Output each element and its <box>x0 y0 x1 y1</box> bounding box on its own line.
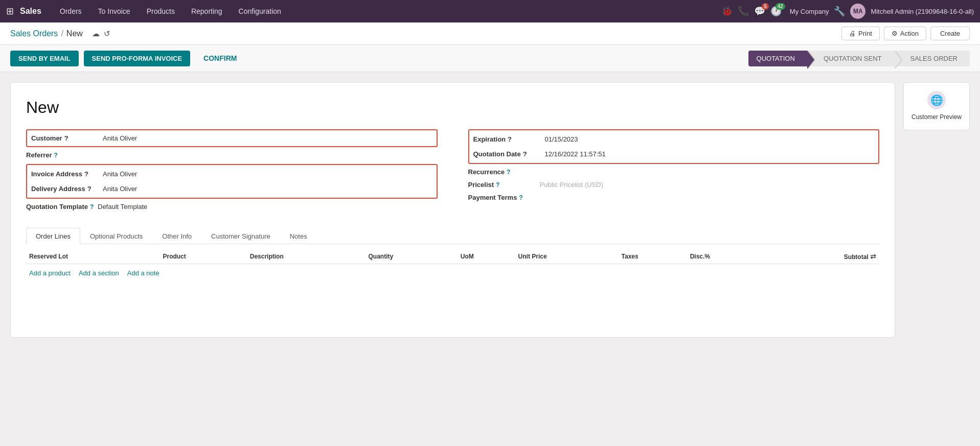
col-disc: Disc.% <box>687 248 765 264</box>
invoice-address-value[interactable]: Anita Oliver <box>103 170 432 178</box>
quotation-date-value[interactable]: 12/16/2022 11:57:51 <box>545 150 875 158</box>
col-quantity: Quantity <box>365 248 457 264</box>
action-button[interactable]: ⚙ Action <box>884 27 926 40</box>
quotation-template-field: Quotation Template ? Default Template <box>26 203 438 210</box>
send-proforma-button[interactable]: SEND PRO-FORMA INVOICE <box>84 51 190 66</box>
referrer-help-icon[interactable]: ? <box>54 152 58 159</box>
top-navigation: ⊞ Sales Orders To Invoice Products Repor… <box>0 0 980 22</box>
table-add-links: Add a product Add a section Add a note <box>26 264 879 282</box>
add-product-link[interactable]: Add a product <box>29 269 71 277</box>
delivery-address-help-icon[interactable]: ? <box>87 185 92 193</box>
create-button[interactable]: Create <box>930 27 970 40</box>
tabs-nav: Order Lines Optional Products Other Info… <box>26 228 879 244</box>
quotation-template-label: Quotation Template ? <box>26 203 98 210</box>
tab-optional-products[interactable]: Optional Products <box>80 228 152 244</box>
clock-badge: 42 <box>776 3 785 10</box>
pricelist-field: Pricelist ? Public Pricelist (USD) <box>468 181 880 189</box>
record-title: New <box>26 98 879 117</box>
pricelist-label: Pricelist ? <box>468 181 540 189</box>
add-section-link[interactable]: Add a section <box>79 269 119 277</box>
expiration-value[interactable]: 01/15/2023 <box>545 135 875 143</box>
pipeline-step-sales-order[interactable]: SALES ORDER <box>894 51 970 66</box>
breadcrumb: Sales Orders / New <box>10 29 83 38</box>
form-area: New Customer ? Anita Oliver <box>10 82 895 338</box>
payment-terms-help-icon[interactable]: ? <box>519 194 522 201</box>
quotation-date-help-icon[interactable]: ? <box>523 150 527 158</box>
customer-value[interactable]: Anita Oliver <box>103 134 432 142</box>
customer-help-icon[interactable]: ? <box>64 134 69 142</box>
col-description: Description <box>247 248 366 264</box>
confirm-button[interactable]: CONFIRM <box>195 50 245 66</box>
phone-icon[interactable]: 📞 <box>738 6 749 17</box>
tab-order-lines[interactable]: Order Lines <box>26 228 80 244</box>
pipeline-step-quotation[interactable]: QUOTATION <box>748 51 807 66</box>
payment-terms-label: Payment Terms ? <box>468 194 540 201</box>
cloud-upload-icon[interactable]: ☁ <box>92 29 100 38</box>
action-bar: SEND BY EMAIL SEND PRO-FORMA INVOICE CON… <box>0 45 980 72</box>
app-name[interactable]: Sales <box>20 7 41 16</box>
payment-terms-field: Payment Terms ? <box>468 194 880 201</box>
bug-icon[interactable]: 🐞 <box>721 6 733 17</box>
quotation-template-help-icon[interactable]: ? <box>90 203 94 210</box>
customer-field-box: Customer ? Anita Oliver <box>26 129 438 147</box>
delivery-address-label: Delivery Address ? <box>31 185 103 193</box>
grid-menu-icon[interactable]: ⊞ <box>6 6 14 17</box>
date-field-box: Expiration ? 01/15/2023 Quotation Date ?… <box>468 129 880 164</box>
quotation-date-label: Quotation Date ? <box>473 150 545 158</box>
secondary-toolbar: Sales Orders / New ☁ ↺ 🖨 Print ⚙ Action … <box>0 22 980 45</box>
invoice-address-help-icon[interactable]: ? <box>84 170 88 178</box>
menu-to-invoice[interactable]: To Invoice <box>90 0 139 22</box>
wrench-icon[interactable]: 🔧 <box>834 6 845 17</box>
main-content-area: New Customer ? Anita Oliver <box>0 72 980 348</box>
quotation-template-value[interactable]: Default Template <box>98 203 438 210</box>
breadcrumb-parent[interactable]: Sales Orders <box>10 29 58 38</box>
chat-badge: 5 <box>762 3 769 10</box>
chat-icon[interactable]: 💬 5 <box>754 6 765 17</box>
toolbar-right: 🖨 Print ⚙ Action Create <box>841 27 970 40</box>
topnav-right-area: 🐞 📞 💬 5 🕐 42 My Company 🔧 MA Mitchell Ad… <box>721 4 974 19</box>
form-grid: Customer ? Anita Oliver Referrer ? <box>26 129 879 216</box>
customer-label: Customer ? <box>31 134 103 142</box>
expiration-help-icon[interactable]: ? <box>508 135 512 143</box>
invoice-address-label: Invoice Address ? <box>31 170 103 178</box>
recurrence-label: Recurrence ? <box>468 168 540 176</box>
tabs-container: Order Lines Optional Products Other Info… <box>26 228 879 282</box>
tab-notes[interactable]: Notes <box>280 228 317 244</box>
form-right-column: Expiration ? 01/15/2023 Quotation Date ?… <box>468 129 880 216</box>
address-field-box: Invoice Address ? Anita Oliver Delivery … <box>26 164 438 199</box>
refresh-icon[interactable]: ↺ <box>104 29 110 38</box>
menu-configuration[interactable]: Configuration <box>231 0 289 22</box>
recurrence-field: Recurrence ? <box>468 168 880 176</box>
customer-preview-label[interactable]: Customer Preview <box>911 113 962 122</box>
breadcrumb-current: New <box>66 29 83 38</box>
breadcrumb-actions: ☁ ↺ <box>92 29 110 38</box>
company-name[interactable]: My Company <box>790 8 829 15</box>
tab-other-info[interactable]: Other Info <box>152 228 201 244</box>
breadcrumb-separator: / <box>61 29 63 38</box>
referrer-label: Referrer ? <box>26 151 98 159</box>
col-taxes: Taxes <box>619 248 687 264</box>
pipeline-step-quotation-sent[interactable]: QUOTATION SENT <box>807 51 894 66</box>
delivery-address-value[interactable]: Anita Oliver <box>103 185 432 193</box>
status-pipeline: QUOTATION QUOTATION SENT SALES ORDER <box>748 51 970 66</box>
add-note-link[interactable]: Add a note <box>127 269 159 277</box>
col-product: Product <box>159 248 246 264</box>
clock-icon[interactable]: 🕐 42 <box>770 6 782 17</box>
order-lines-table: Reserved Lot Product Description Quantit… <box>26 248 879 282</box>
pricelist-help-icon[interactable]: ? <box>496 181 499 189</box>
col-subtotal: Subtotal ⇄ <box>765 248 879 264</box>
col-reserved-lot: Reserved Lot <box>26 248 159 264</box>
avatar[interactable]: MA <box>850 4 865 19</box>
globe-icon[interactable]: 🌐 <box>927 91 946 109</box>
tab-customer-signature[interactable]: Customer Signature <box>201 228 280 244</box>
table-scroll-arrows[interactable]: ⇄ <box>870 252 876 261</box>
main-menu: Orders To Invoice Products Reporting Con… <box>52 0 721 22</box>
recurrence-help-icon[interactable]: ? <box>507 169 510 176</box>
col-unit-price: Unit Price <box>515 248 619 264</box>
send-email-button[interactable]: SEND BY EMAIL <box>10 51 79 66</box>
print-button[interactable]: 🖨 Print <box>841 27 880 40</box>
menu-reporting[interactable]: Reporting <box>183 0 231 22</box>
menu-products[interactable]: Products <box>139 0 183 22</box>
pricelist-value[interactable]: Public Pricelist (USD) <box>540 181 880 189</box>
menu-orders[interactable]: Orders <box>52 0 90 22</box>
